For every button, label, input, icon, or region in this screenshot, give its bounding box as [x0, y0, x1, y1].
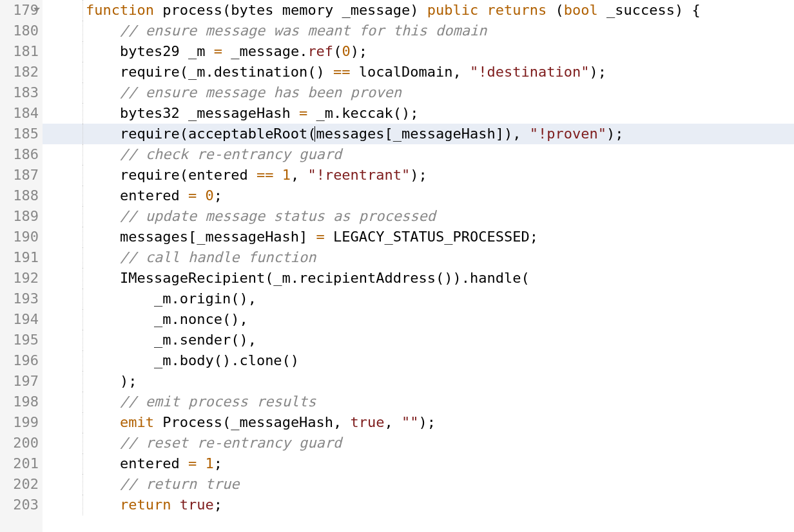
code-line-content: // emit process results	[43, 392, 316, 412]
code-line-content: bytes29 _m = _message.ref(0);	[43, 41, 367, 62]
code-line-content: // ensure message has been proven	[43, 82, 402, 103]
code-line-content: );	[43, 371, 137, 392]
code-line[interactable]: require(entered == 1, "!reentrant");	[43, 165, 794, 185]
line-number: 201	[6, 453, 39, 474]
line-number: 188	[6, 185, 39, 206]
line-number: 192	[6, 268, 39, 289]
code-line-content: // update message status as processed	[43, 206, 436, 227]
code-line-content: require(acceptableRoot(messages[_message…	[43, 124, 623, 144]
code-line-content: require(_m.destination() == localDomain,…	[43, 62, 606, 82]
code-line[interactable]: emit Process(_messageHash, true, "");	[43, 412, 794, 433]
line-number: 185	[6, 124, 39, 144]
code-line-content: // return true	[43, 474, 239, 495]
line-number: 202	[6, 474, 39, 495]
code-line-content: _m.nonce(),	[43, 309, 248, 330]
code-line[interactable]: // update message status as processed	[43, 206, 794, 227]
line-number: 196	[6, 350, 39, 371]
code-line[interactable]: IMessageRecipient(_m.recipientAddress())…	[43, 268, 794, 289]
code-line-content: entered = 0;	[43, 185, 222, 206]
code-line-content: bytes32 _messageHash = _m.keccak();	[43, 103, 419, 124]
line-number: 189	[6, 206, 39, 227]
line-number: 181	[6, 41, 39, 62]
code-line-content: return true;	[43, 495, 222, 515]
line-number: 183	[6, 82, 39, 103]
code-line-content: _m.origin(),	[43, 289, 257, 309]
code-line-content: entered = 1;	[43, 453, 222, 474]
code-line[interactable]: // reset re-entrancy guard	[43, 433, 794, 453]
code-line[interactable]: function process(bytes memory _message) …	[43, 0, 794, 21]
code-line-content: // check re-entrancy guard	[43, 144, 342, 165]
code-line[interactable]: bytes29 _m = _message.ref(0);	[43, 41, 794, 62]
code-line-content: emit Process(_messageHash, true, "");	[43, 412, 436, 433]
line-number: 186	[6, 144, 39, 165]
line-number: 179	[6, 0, 39, 21]
code-editor[interactable]: 1791801811821831841851861871881891901911…	[0, 0, 794, 532]
code-line-content: _m.sender(),	[43, 330, 257, 350]
code-line[interactable]: // ensure message has been proven	[43, 82, 794, 103]
code-area[interactable]: function process(bytes memory _message) …	[43, 0, 794, 532]
code-line[interactable]: _m.body().clone()	[43, 350, 794, 371]
line-number: 203	[6, 495, 39, 515]
line-number: 199	[6, 412, 39, 433]
code-line[interactable]: _m.origin(),	[43, 289, 794, 309]
line-number: 200	[6, 433, 39, 453]
code-line[interactable]: require(acceptableRoot(messages[_message…	[43, 124, 794, 144]
code-line-content: function process(bytes memory _message) …	[43, 0, 701, 21]
line-number: 195	[6, 330, 39, 350]
code-line-content: IMessageRecipient(_m.recipientAddress())…	[43, 268, 530, 289]
code-line-content: messages[_messageHash] = LEGACY_STATUS_P…	[43, 227, 538, 247]
code-line[interactable]: return true;	[43, 495, 794, 515]
line-number: 194	[6, 309, 39, 330]
code-line[interactable]: );	[43, 371, 794, 392]
code-line[interactable]: bytes32 _messageHash = _m.keccak();	[43, 103, 794, 124]
code-line[interactable]: messages[_messageHash] = LEGACY_STATUS_P…	[43, 227, 794, 247]
code-line[interactable]: // call handle function	[43, 247, 794, 268]
code-line[interactable]: _m.sender(),	[43, 330, 794, 350]
code-line[interactable]: entered = 1;	[43, 453, 794, 474]
text-caret	[315, 126, 315, 142]
code-line[interactable]: entered = 0;	[43, 185, 794, 206]
code-line[interactable]: // emit process results	[43, 392, 794, 412]
line-number: 182	[6, 62, 39, 82]
line-number-gutter: 1791801811821831841851861871881891901911…	[0, 0, 43, 532]
code-line[interactable]: // check re-entrancy guard	[43, 144, 794, 165]
code-line-content: // ensure message was meant for this dom…	[43, 21, 487, 41]
code-line-content: // call handle function	[43, 247, 316, 268]
line-number: 184	[6, 103, 39, 124]
line-number: 180	[6, 21, 39, 41]
code-line[interactable]: // return true	[43, 474, 794, 495]
line-number: 187	[6, 165, 39, 185]
line-number: 191	[6, 247, 39, 268]
code-line[interactable]: // ensure message was meant for this dom…	[43, 21, 794, 41]
code-line[interactable]: require(_m.destination() == localDomain,…	[43, 62, 794, 82]
line-number: 197	[6, 371, 39, 392]
line-number: 190	[6, 227, 39, 247]
code-line[interactable]: _m.nonce(),	[43, 309, 794, 330]
line-number: 193	[6, 289, 39, 309]
code-line-content: require(entered == 1, "!reentrant");	[43, 165, 427, 185]
line-number: 198	[6, 392, 39, 412]
code-line-content: _m.body().clone()	[43, 350, 299, 371]
code-line-content: // reset re-entrancy guard	[43, 433, 342, 453]
